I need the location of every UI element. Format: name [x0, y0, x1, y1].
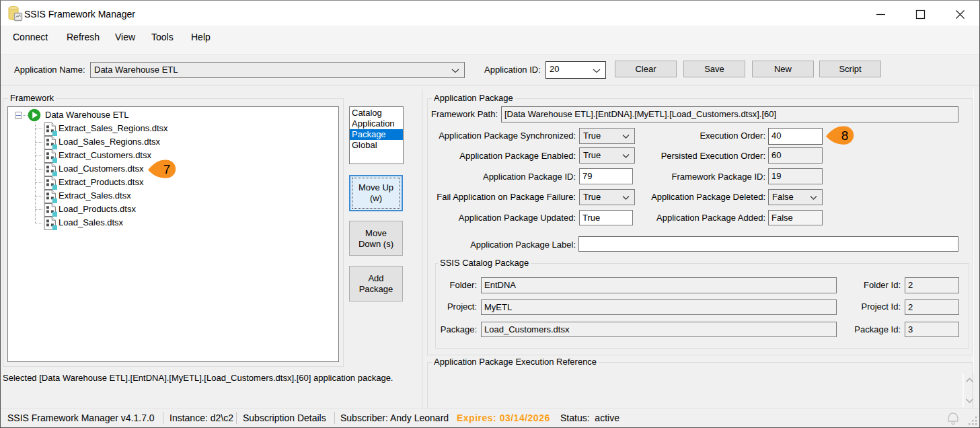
svg-text:7: 7	[163, 162, 171, 176]
svg-text:8: 8	[841, 129, 849, 143]
